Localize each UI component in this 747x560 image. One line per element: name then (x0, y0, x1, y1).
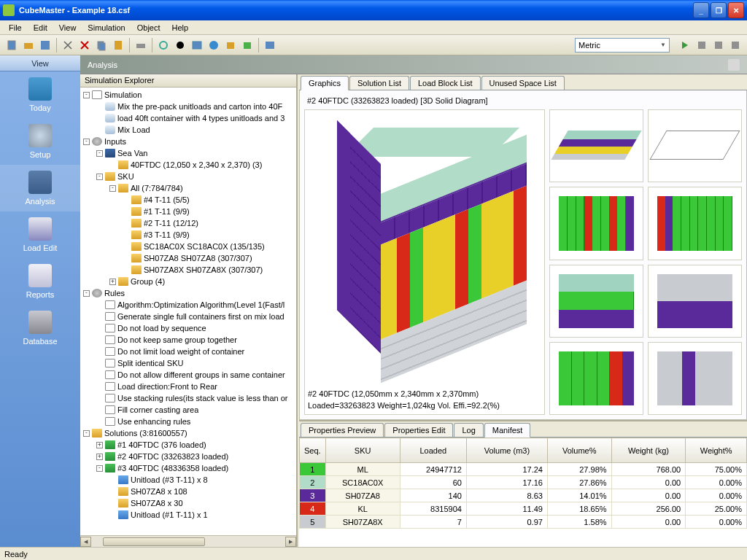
tb-open[interactable] (21, 38, 36, 52)
tree-row[interactable]: -Simulation (80, 89, 296, 101)
collapse-icon[interactable]: - (109, 185, 116, 192)
tab-properties-preview[interactable]: Properties Preview (301, 423, 384, 437)
tb-refresh[interactable] (156, 38, 171, 52)
expand-icon[interactable]: + (96, 442, 103, 448)
table-row[interactable]: 1ML2494771217.2427.98%768.0075.00% (300, 463, 747, 476)
tree-row[interactable]: #4 T-11 (5/5) (80, 194, 296, 206)
tb-globe[interactable] (206, 38, 221, 52)
tree-row[interactable]: #1 T-11 (9/9) (80, 206, 296, 217)
nav-analysis[interactable]: Analysis (0, 165, 80, 211)
tree-row[interactable]: Mix the pre-pack unitloads and carton in… (80, 101, 296, 112)
table-row[interactable]: 3SH07ZA81408.6314.01%0.000.00% (300, 489, 747, 502)
tree-row[interactable]: -#3 40FTDC (48336358 loaded) (80, 462, 296, 474)
tree-view[interactable]: -SimulationMix the pre-pack unitloads an… (80, 88, 296, 535)
menu-edit[interactable]: Edit (28, 22, 53, 34)
tab-log[interactable]: Log (454, 423, 483, 437)
collapse-icon[interactable]: - (96, 174, 103, 180)
tab-solution-list[interactable]: Solution List (349, 76, 409, 90)
panel-options-icon[interactable] (728, 59, 740, 71)
nav-reports[interactable]: Reports (0, 258, 80, 305)
tree-row[interactable]: SH07ZA8 SH07ZA8 (307/307) (80, 252, 296, 264)
column-header[interactable]: Weight% (686, 438, 747, 463)
maximize-button[interactable]: ❐ (711, 2, 727, 18)
column-header[interactable]: Volume% (547, 438, 611, 463)
menu-simulation[interactable]: Simulation (82, 22, 131, 34)
table-row[interactable]: 5SH07ZA8X70.971.58%0.000.00% (300, 516, 747, 529)
tb-print[interactable] (133, 38, 148, 52)
tree-row[interactable]: Use enhancing rules (80, 416, 296, 427)
column-header[interactable]: Weight (kg) (611, 438, 686, 463)
collapse-icon[interactable]: - (83, 139, 90, 145)
close-button[interactable]: ✕ (728, 2, 744, 18)
thumb-rear-1[interactable] (549, 342, 643, 415)
tab-load-block-list[interactable]: Load Block List (410, 76, 481, 90)
tree-row[interactable]: SH07ZA8 x 30 (80, 497, 296, 509)
nav-setup[interactable]: Setup (0, 118, 80, 165)
tree-row[interactable]: Use stacking rules(its stack value is le… (80, 392, 296, 404)
tree-row[interactable]: Unitload (#1 T-11) x 1 (80, 509, 296, 521)
nav-today[interactable]: Today (0, 71, 80, 118)
column-header[interactable]: SKU (325, 438, 400, 463)
menu-file[interactable]: File (3, 22, 28, 34)
menu-object[interactable]: Object (131, 22, 166, 34)
tree-row[interactable]: #2 T-11 (12/12) (80, 217, 296, 229)
collapse-icon[interactable]: - (83, 430, 90, 437)
tree-row[interactable]: Generate single full containers first on… (80, 311, 296, 322)
tab-unused-space-list[interactable]: Unused Space List (481, 76, 565, 90)
tree-row[interactable]: Algorithm:Optimization Algorithm(Level 1… (80, 299, 296, 311)
scroll-right-arrow[interactable]: ▶ (285, 537, 296, 547)
scroll-thumb[interactable] (103, 537, 205, 546)
main-3d-view[interactable]: #2 40FTDC (12,050mm x 2,340mm x 2,370mm)… (304, 109, 545, 415)
tb-cut[interactable] (61, 38, 75, 52)
tree-row[interactable]: load 40ft container with 4 types unitloa… (80, 112, 296, 124)
thumb-iso-empty[interactable] (648, 109, 742, 182)
tb-save[interactable] (38, 38, 53, 52)
thumb-side-1[interactable] (549, 187, 643, 260)
thumb-rear-2[interactable] (648, 342, 742, 415)
tree-row[interactable]: Do not keep same group together (80, 334, 296, 346)
table-row[interactable]: 2SC18AC0X6017.1627.86%0.000.00% (300, 476, 747, 489)
tree-row[interactable]: -All (7:784/784) (80, 182, 296, 194)
tree-row[interactable]: Load direction:Front to Rear (80, 381, 296, 392)
tree-row[interactable]: -Inputs (80, 136, 296, 147)
collapse-icon[interactable]: - (96, 465, 103, 472)
menu-help[interactable]: Help (166, 22, 195, 34)
thumb-top-1[interactable] (549, 265, 643, 338)
tb-run[interactable] (678, 38, 692, 52)
manifest-table[interactable]: Seq.SKULoadedVolume (m3)Volume%Weight (k… (299, 438, 747, 547)
tree-row[interactable]: SH07ZA8X SH07ZA8X (307/307) (80, 264, 296, 276)
tree-row[interactable]: -Rules (80, 287, 296, 299)
tree-row[interactable]: +#1 40FTDC (376 loaded) (80, 439, 296, 451)
table-row[interactable]: 4KL831590411.4918.65%256.0025.00% (300, 502, 747, 516)
tree-row[interactable]: Do not limit load weight of container (80, 346, 296, 357)
expand-icon[interactable]: + (109, 279, 116, 285)
tb-tool3[interactable] (728, 38, 743, 52)
collapse-icon[interactable]: - (83, 290, 90, 297)
column-header[interactable]: Loaded (400, 438, 466, 463)
tb-delete[interactable] (77, 38, 92, 52)
tree-row[interactable]: SC18AC0X SC18AC0X (135/135) (80, 241, 296, 252)
tree-row[interactable]: +Group (4) (80, 276, 296, 287)
tree-row[interactable]: -Sea Van (80, 147, 296, 159)
tree-row[interactable]: Mix Load (80, 124, 296, 136)
collapse-icon[interactable]: - (96, 150, 103, 157)
tb-cube[interactable] (240, 38, 255, 52)
tree-row[interactable]: Do not allow different groups in same co… (80, 369, 296, 381)
tree-h-scrollbar[interactable]: ◀ ▶ (80, 535, 296, 547)
tree-row[interactable]: 40FTDC (12,050 x 2,340 x 2,370) (3) (80, 159, 296, 171)
tb-picture[interactable] (263, 38, 277, 52)
units-dropdown[interactable]: Metric (575, 38, 670, 52)
tb-window[interactable] (190, 38, 204, 52)
tb-tool2[interactable] (711, 38, 726, 52)
tb-settings[interactable] (173, 38, 187, 52)
tb-box[interactable] (223, 38, 238, 52)
tree-row[interactable]: Fill corner casting area (80, 404, 296, 416)
tree-row[interactable]: +#2 40FTDC (33263823 loaded) (80, 451, 296, 462)
tab-properties-edit[interactable]: Properties Edit (384, 423, 453, 437)
tree-row[interactable]: -Solutions (3:81600557) (80, 427, 296, 439)
thumb-top-2[interactable] (648, 265, 742, 338)
column-header[interactable]: Volume (m3) (466, 438, 547, 463)
tab-manifest[interactable]: Manifest (484, 423, 531, 438)
tb-tool1[interactable] (694, 38, 709, 52)
tree-row[interactable]: #3 T-11 (9/9) (80, 229, 296, 241)
